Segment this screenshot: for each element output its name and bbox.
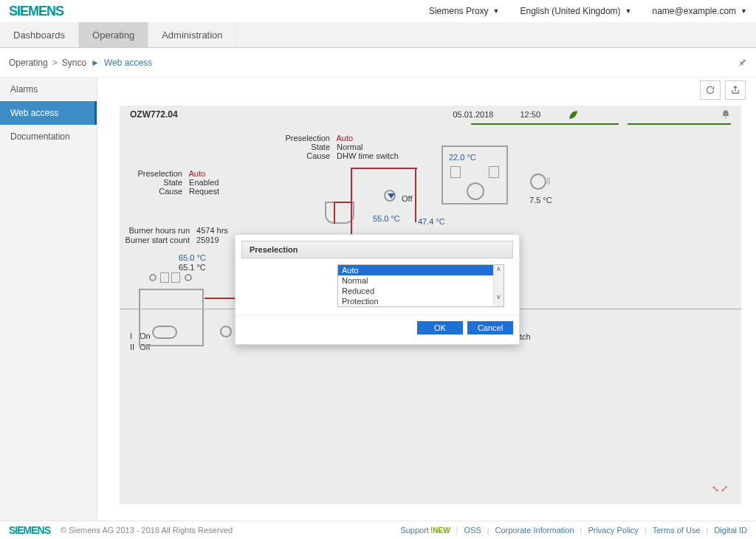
breadcrumb-current: Web access [104,58,152,68]
pipe-flow [415,168,416,222]
pin-icon[interactable] [737,58,747,68]
plant-selector-dropdown[interactable]: Siemens Proxy ▼ [429,6,500,16]
footer-link-digital-id[interactable]: Digital ID [714,526,747,535]
burner-hours-value: 4574 hrs [196,226,228,235]
dhw-cause-row: Cause DHW time switch [275,151,399,160]
select-option-auto[interactable]: Auto [338,265,504,275]
boiler-state-row: State Enabled [112,178,219,187]
sidebar-item-documentation[interactable]: Documentation [0,125,97,148]
language-label: English (United Kingdom) [520,6,621,16]
status-bar-green-2 [628,123,731,125]
burner-hours-row: Burner hours run 4574 hrs [101,226,228,235]
breadcrumb-root[interactable]: Operating [9,58,48,68]
burner-icon [152,326,177,339]
eco-leaf-icon[interactable] [567,109,579,120]
nav-tab-operating[interactable]: Operating [79,22,148,47]
scroll-up-icon[interactable]: ∧ [494,265,504,272]
burner-starts-value: 25919 [196,236,219,244]
boiler-preselection-value[interactable]: Auto [188,169,205,178]
footer-link-oss[interactable]: OSS [464,526,481,535]
footer-link-privacy[interactable]: Privacy Policy [588,526,638,535]
chevron-down-icon: ▼ [625,7,632,15]
content-toolbar [700,80,746,100]
temp-outside: 7.5 °C [529,196,552,205]
breadcrumb: Operating > Synco ► Web access [0,48,756,78]
scroll-down-icon[interactable]: ∨ [494,293,504,301]
pump-icon [384,190,396,202]
sensor-box-icon [160,272,169,283]
footer-logo: SIEMENS [9,524,50,536]
refresh-icon [705,85,715,95]
boiler-preselection-row: Preselection Auto [112,169,205,178]
dhw-preselection-row: Preselection Auto [275,134,353,143]
pipe-flow [334,202,335,224]
plant-title: OZW772.04 [130,109,178,120]
fullscreen-icon[interactable]: ⤡⤢ [712,484,729,494]
footer-copyright: © Siemens AG 2013 - 2018 All Rights Rese… [61,526,233,535]
plant-selector-label: Siemens Proxy [429,6,489,16]
main-nav: Dashboards Operating Administration [0,22,756,48]
plant-date: 05.01.2018 [453,110,493,119]
temp-actual: 65.1 °C [179,263,206,272]
brand-logo: SIEMENS [9,4,63,19]
nav-tab-dashboards[interactable]: Dashboards [0,22,79,47]
bell-icon[interactable] [721,109,731,120]
nav-tab-administration[interactable]: Administration [148,22,236,47]
dial-icon [467,182,484,200]
user-email: name@example.com [653,6,737,16]
status-bar-green [471,123,619,125]
pipe-flow [351,168,417,169]
breadcrumb-sep: > [52,58,58,68]
temp-flow: 47.4 °C [418,217,445,226]
language-dropdown[interactable]: English (United Kingdom) ▼ [520,6,632,16]
dhw-cause-value: DHW time switch [337,151,399,160]
sensor-icon [149,274,157,281]
dhw-state-value: Normal [337,143,362,151]
sidebar: Alarms Web access Documentation [0,78,97,521]
refresh-button[interactable] [700,80,721,100]
ok-button[interactable]: OK [417,321,463,334]
dhw-tank-icon [325,202,354,224]
dialog-title: Preselection [241,241,513,258]
boiler-cause-row: Cause Request [112,187,219,196]
footer: SIEMENS © Siemens AG 2013 - 2018 All Rig… [0,521,756,539]
preselection-select[interactable]: Auto Normal Reduced Protection ∧ ∨ [337,264,504,307]
dhw-state-row: State Normal [275,143,363,151]
footer-link-terms[interactable]: Terms of Use [653,526,701,535]
select-scrollbar[interactable]: ∧ ∨ [493,265,504,306]
select-option-normal[interactable]: Normal [338,275,504,286]
burner-starts-row: Burner start count 25919 [101,236,219,244]
breadcrumb-mid[interactable]: Synco [62,58,86,68]
boiler-cause-value: Request [189,187,219,196]
sensor-box-icon [171,272,180,283]
schedule-icon [450,166,461,178]
dhw-preselection-value[interactable]: Auto [336,134,353,143]
output-point-icon [220,326,232,337]
footer-link-corporate[interactable]: Corporate Information [495,526,574,535]
top-header: SIEMENS Siemens Proxy ▼ English (United … [0,0,756,22]
sidebar-item-web-access[interactable]: Web access [0,101,97,125]
outside-sensor-icon [530,174,546,190]
select-option-reduced[interactable]: Reduced [338,286,504,296]
pipe-flow [334,202,351,203]
sidebar-item-alarms[interactable]: Alarms [0,78,97,101]
sensor-icon [185,274,192,281]
temp-setpoint: 65.0 °C [179,253,206,262]
new-badge: !NEW [430,526,450,535]
user-menu-dropdown[interactable]: name@example.com ▼ [653,6,747,16]
pump-state: Off [402,194,412,203]
select-option-protection[interactable]: Protection [338,296,504,306]
chevron-down-icon: ▼ [493,7,500,15]
preselection-dialog: Preselection Auto Normal Reduced Protect… [235,234,520,345]
temp-pump: 55.0 °C [373,214,400,223]
breadcrumb-play-icon: ► [91,58,100,68]
chevron-down-icon: ▼ [740,7,747,15]
radiation-icon: ⦀ [546,175,551,188]
sensor-box-icon [489,166,499,178]
cancel-button[interactable]: Cancel [467,321,513,334]
export-icon [730,85,740,95]
footer-link-support[interactable]: Support!NEW [400,526,450,535]
boiler-state-value: Enabled [189,178,219,187]
plant-header: OZW772.04 05.01.2018 12:50 [120,106,741,123]
export-button[interactable] [725,80,746,100]
